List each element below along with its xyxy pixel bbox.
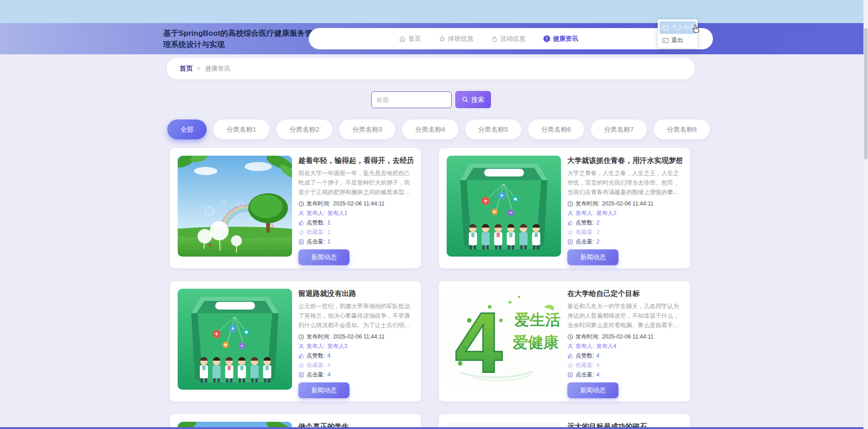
nav-item-activity[interactable]: 活动信息 xyxy=(491,35,525,43)
news-title: 趁着年轻，输得起，看得开，去经历 xyxy=(298,156,413,166)
tab-category-7[interactable]: 分类名称7 xyxy=(591,119,647,139)
tab-category-8[interactable]: 分类名称8 xyxy=(654,119,710,139)
thumbs-up-icon xyxy=(298,220,304,226)
news-image-green-topiary-4: 4 爱生活 爱健康 xyxy=(447,289,561,390)
publish-time-value: 2025-02-06 11:44:11 xyxy=(333,334,384,340)
image-caption-line1: 爱生活 xyxy=(514,311,561,328)
id-card-icon xyxy=(662,25,669,30)
likes-label: 点赞数: xyxy=(576,219,594,227)
news-tag-button[interactable]: 新闻动态 xyxy=(567,249,618,265)
publisher-value: 发布人1 xyxy=(327,210,347,217)
thumbs-up-icon xyxy=(567,220,573,226)
favorites-label: 收藏量: xyxy=(576,362,594,369)
favorites-label: 收藏量: xyxy=(576,229,594,236)
news-tag-button[interactable]: 新闻动态 xyxy=(298,382,349,398)
tab-all[interactable]: 全部 xyxy=(167,119,207,139)
star-outline-icon xyxy=(298,229,304,235)
news-title: 大学就该抓住青春，用汗水实现梦想 xyxy=(567,156,682,166)
scrollbar-thumb[interactable] xyxy=(864,28,868,159)
tab-category-4[interactable]: 分类名称4 xyxy=(402,119,458,139)
top-strip xyxy=(0,0,868,23)
person-icon xyxy=(298,210,304,216)
publish-time-label: 发布时间: xyxy=(307,200,330,208)
news-excerpt: 我在大学一年级那一年，毫无悬念地把自己吃成了一个胖子。不是那种巨大的胖子，而是介… xyxy=(298,169,413,197)
person-icon xyxy=(298,343,304,349)
news-title: 留退路就没有出路 xyxy=(298,289,413,299)
breadcrumb-home-link[interactable]: 首页 xyxy=(179,64,193,73)
likes-value: 1 xyxy=(327,219,330,226)
favorites-label: 收藏量: xyxy=(307,229,325,236)
clicks-value: 4 xyxy=(327,372,330,378)
clock-icon xyxy=(567,334,573,340)
search-input[interactable] xyxy=(371,91,452,108)
image-caption-line2: 爱健康 xyxy=(512,334,559,351)
logout-icon xyxy=(662,38,669,43)
category-tabs: 全部 分类名称1 分类名称2 分类名称3 分类名称4 分类名称5 分类名称6 分… xyxy=(167,119,710,139)
publisher-value: 发布人4 xyxy=(596,343,616,350)
publisher-label: 发布人: xyxy=(307,343,325,350)
breadcrumb: 首页 ≡ 健康资讯 xyxy=(166,57,695,80)
publish-time-value: 2025-02-06 11:44:11 xyxy=(333,200,384,207)
svg-text:4: 4 xyxy=(455,295,503,390)
tab-category-2[interactable]: 分类名称2 xyxy=(276,119,332,139)
publisher-value: 发布人2 xyxy=(596,210,616,217)
search-icon xyxy=(462,96,468,103)
mouse-cursor-hand xyxy=(691,24,701,35)
search-bar: 搜索 xyxy=(371,91,491,108)
clicks-value: 4 xyxy=(596,372,599,378)
news-image-medical-team xyxy=(178,289,292,390)
clicks-value: 2 xyxy=(596,238,599,245)
favorites-label: 收藏量: xyxy=(307,362,325,369)
tab-category-6[interactable]: 分类名称6 xyxy=(528,119,584,139)
news-excerpt: 大学之青春，人生之春，人生之王，人生之华也，宝贵的时光我们理当去珍惜。然而，当我… xyxy=(567,169,682,197)
document-icon xyxy=(567,239,573,245)
publish-time-value: 2025-02-06 11:44:11 xyxy=(602,334,653,340)
clicks-label: 点击量: xyxy=(576,238,594,246)
news-tag-button[interactable]: 新闻动态 xyxy=(298,249,349,265)
news-card[interactable]: 留退路就没有出路 公元前一世纪，凯撒大帝率领他的军队抵达了英格兰，他决心要赢得这… xyxy=(170,281,421,401)
scrollbar-track[interactable] xyxy=(863,0,868,429)
news-excerpt: 公元前一世纪，凯撒大帝率领他的军队抵达了英格兰，他决心要赢得这场战争，不管遇到什… xyxy=(298,302,413,330)
publisher-label: 发布人: xyxy=(576,210,594,217)
news-card[interactable]: 大学就该抓住青春，用汗水实现梦想 大学之青春，人生之春，人生之王，人生之华也，宝… xyxy=(439,148,690,268)
tab-category-3[interactable]: 分类名称3 xyxy=(339,119,395,139)
favorites-value: 4 xyxy=(596,362,599,368)
publisher-label: 发布人: xyxy=(307,210,325,217)
info-icon: ! xyxy=(543,35,550,42)
likes-label: 点赞数: xyxy=(576,352,594,360)
dropdown-item-profile[interactable]: 个人中心 xyxy=(660,21,696,34)
dropdown-item-logout[interactable]: 退出 xyxy=(660,34,696,47)
favorites-value: 2 xyxy=(596,229,599,235)
tab-category-1[interactable]: 分类名称1 xyxy=(213,119,269,139)
publish-time-value: 2025-02-06 11:44:11 xyxy=(602,200,653,207)
likes-value: 4 xyxy=(596,353,599,359)
likes-value: 2 xyxy=(596,219,599,226)
breadcrumb-separator-icon: ≡ xyxy=(197,65,201,72)
person-icon xyxy=(567,210,573,216)
likes-value: 4 xyxy=(327,353,330,359)
news-card[interactable]: 4 爱生活 爱健康 在大学给自己定个目标 最近和几名大一的学生聊天，几名同学认为… xyxy=(439,281,690,401)
header-band: 基于SpringBoot的高校综合医疗健康服务管理系统设计与实现 首页 排班信息… xyxy=(0,23,868,54)
publish-time-label: 发布时间: xyxy=(576,333,599,341)
document-icon xyxy=(567,372,573,378)
clock-icon xyxy=(298,334,304,340)
nav-item-schedule[interactable]: 排班信息 xyxy=(439,35,473,43)
news-image-sky-tree xyxy=(178,156,292,257)
thumbs-up-icon xyxy=(298,353,304,359)
likes-label: 点赞数: xyxy=(307,352,325,360)
breadcrumb-current: 健康资讯 xyxy=(205,65,231,73)
nav-item-home[interactable]: 首页 xyxy=(399,35,421,43)
nav-item-health-news[interactable]: ! 健康资讯 xyxy=(543,35,578,43)
thumbs-up-icon xyxy=(567,353,573,359)
tab-category-5[interactable]: 分类名称5 xyxy=(465,119,521,139)
news-title: 在大学给自己定个目标 xyxy=(567,289,682,299)
news-card[interactable]: 趁着年轻，输得起，看得开，去经历 我在大学一年级那一年，毫无悬念地把自己吃成了一… xyxy=(170,148,421,268)
likes-label: 点赞数: xyxy=(307,219,325,227)
person-icon xyxy=(567,343,573,349)
favorites-value: 4 xyxy=(327,362,330,368)
search-button[interactable]: 搜索 xyxy=(455,91,491,108)
news-tag-button[interactable]: 新闻动态 xyxy=(567,382,618,398)
star-outline-icon xyxy=(567,362,573,368)
news-excerpt: 最近和几名大一的学生聊天，几名同学认为身边的人普遍都很迷茫，不知道该干什么，业余… xyxy=(567,302,682,330)
news-image-medical-team xyxy=(447,156,561,257)
